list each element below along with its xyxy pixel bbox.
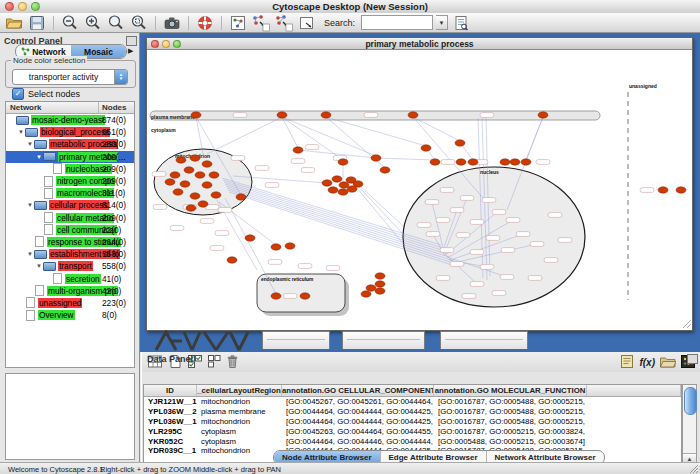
resize-grip[interactable] — [689, 464, 699, 474]
disclosure-triangle-icon[interactable]: ▼ — [26, 141, 34, 147]
disclosure-triangle-icon[interactable]: ▼ — [35, 154, 43, 160]
network-view-window[interactable]: primary metabolic process plasma membran… — [146, 37, 693, 331]
tree-row[interactable]: secretion41(0) — [6, 272, 134, 284]
network-node[interactable] — [165, 179, 175, 185]
network-node[interactable] — [190, 155, 200, 161]
network-node-label[interactable] — [283, 294, 297, 299]
tree-row[interactable]: ▼biological_process651(0) — [6, 126, 134, 138]
network-node-label[interactable] — [548, 213, 562, 218]
network-node-label[interactable] — [456, 233, 470, 238]
network-node[interactable] — [375, 273, 385, 279]
network-node[interactable] — [195, 172, 205, 178]
network-node-label[interactable] — [255, 166, 269, 171]
network-node[interactable] — [227, 257, 237, 263]
network-node[interactable] — [455, 140, 465, 146]
network-node[interactable] — [430, 159, 440, 165]
new-network-from-selected-edges-button[interactable] — [274, 14, 294, 32]
network-node-label[interactable] — [441, 160, 455, 165]
network-node[interactable] — [328, 187, 338, 193]
network-node[interactable] — [371, 155, 381, 161]
function-builder-button[interactable]: f(x) — [639, 357, 655, 368]
network-node[interactable] — [271, 293, 281, 299]
network-node-label[interactable] — [426, 232, 440, 237]
save-session-button[interactable] — [27, 14, 47, 32]
network-node-label[interactable] — [501, 248, 515, 253]
tree-row[interactable]: macromolecule311(0) — [6, 187, 134, 199]
node-color-dropdown[interactable]: transporter activity ▲▼ — [12, 69, 128, 85]
network-node-label[interactable] — [298, 264, 312, 269]
network-node[interactable] — [361, 291, 371, 297]
network-node[interactable] — [676, 187, 686, 193]
table-row[interactable]: YPL036W__2plasma membrane[GO:0044464, GO… — [144, 407, 681, 417]
col-header-cellular-component[interactable]: annotation.GO CELLULAR_COMPONENT — [282, 385, 434, 396]
network-node-label[interactable] — [470, 220, 484, 225]
network-node-label[interactable] — [470, 250, 484, 255]
network-node-label[interactable] — [482, 198, 496, 203]
network-node-label[interactable] — [215, 231, 229, 236]
network-node[interactable] — [408, 112, 418, 118]
network-node-label[interactable] — [500, 275, 514, 280]
table-row[interactable]: YLR295Ccytoplasm[GO:0045263, GO:0044464,… — [144, 427, 681, 437]
network-window-titlebar[interactable]: primary metabolic process — [147, 38, 692, 50]
col-header-molecular-function[interactable]: annotation.GO MOLECULAR_FUNCTION — [434, 385, 587, 396]
network-node[interactable] — [285, 243, 295, 249]
network-node-label[interactable] — [265, 183, 279, 188]
network-node-label[interactable] — [558, 238, 572, 243]
network-node[interactable] — [173, 189, 183, 195]
annotation-button[interactable] — [297, 14, 317, 32]
tree-row[interactable]: cellular metabo209(0) — [6, 212, 134, 224]
tree-row[interactable]: ▼metabolic process280(0) — [6, 138, 134, 150]
zoom-out-button[interactable] — [60, 14, 80, 32]
search-dropdown-arrow[interactable]: ▼ — [436, 15, 448, 30]
network-node-label[interactable] — [492, 210, 506, 215]
network-node-label[interactable] — [486, 236, 500, 241]
network-node-label[interactable] — [480, 113, 494, 118]
network-node-label[interactable] — [480, 265, 494, 270]
tree-row[interactable]: ▼establishment of lo558(0) — [6, 248, 134, 260]
network-node[interactable] — [658, 187, 668, 193]
network-node[interactable] — [211, 192, 221, 198]
disclosure-triangle-icon[interactable]: ▼ — [35, 263, 43, 269]
network-node-label[interactable] — [170, 226, 184, 231]
network-node[interactable] — [366, 285, 376, 291]
network-node-label[interactable] — [200, 219, 214, 224]
network-node-label[interactable] — [231, 156, 245, 161]
table-scrollbar[interactable]: ▲ ▼ — [682, 384, 697, 474]
network-node[interactable] — [321, 112, 331, 118]
network-node[interactable] — [338, 159, 348, 165]
new-network-from-selected-nodes-button[interactable] — [251, 14, 271, 32]
canvas-resize-grip[interactable] — [683, 320, 691, 328]
network-node-label[interactable] — [305, 145, 319, 150]
network-canvas[interactable]: plasma membrane cytoplasm mitochondrion … — [147, 50, 692, 330]
help-button[interactable] — [195, 14, 215, 32]
network-node-label[interactable] — [268, 260, 282, 265]
tree-row[interactable]: cell communicat22(0) — [6, 224, 134, 236]
float-panel-icon[interactable] — [687, 354, 698, 364]
network-node-label[interactable] — [492, 291, 506, 296]
network-node-label[interactable] — [506, 218, 520, 223]
table-row[interactable]: YJR121W__1mitochondrion[GO:0045267, GO:0… — [144, 397, 681, 407]
tree-row[interactable]: nucleobase-209(0) — [6, 163, 134, 175]
network-node[interactable] — [184, 167, 194, 173]
network-node[interactable] — [191, 112, 201, 118]
dropdown-stepper-icon[interactable]: ▲▼ — [114, 70, 127, 84]
network-node-label[interactable] — [425, 200, 439, 205]
network-node[interactable] — [198, 201, 208, 207]
tree-row[interactable]: nitrogen compo209(0) — [6, 175, 134, 187]
network-node-label[interactable] — [440, 248, 454, 253]
birds-eye-view[interactable] — [5, 373, 135, 460]
network-node[interactable] — [202, 182, 212, 188]
tab-overflow-arrow[interactable]: ▶ — [128, 45, 137, 56]
tree-row[interactable]: ▼primary metabo209(... — [6, 151, 134, 163]
network-node[interactable] — [245, 235, 255, 241]
network-node-label[interactable] — [153, 205, 167, 210]
network-node[interactable] — [521, 159, 531, 165]
import-attributes-button[interactable] — [659, 354, 676, 371]
network-node-label[interactable] — [436, 218, 450, 223]
network-node[interactable] — [322, 180, 332, 186]
network-node-label[interactable] — [450, 262, 464, 267]
network-node[interactable] — [180, 181, 190, 187]
network-node[interactable] — [176, 157, 186, 163]
network-node-label[interactable] — [460, 196, 474, 201]
network-node-label[interactable] — [291, 159, 305, 164]
